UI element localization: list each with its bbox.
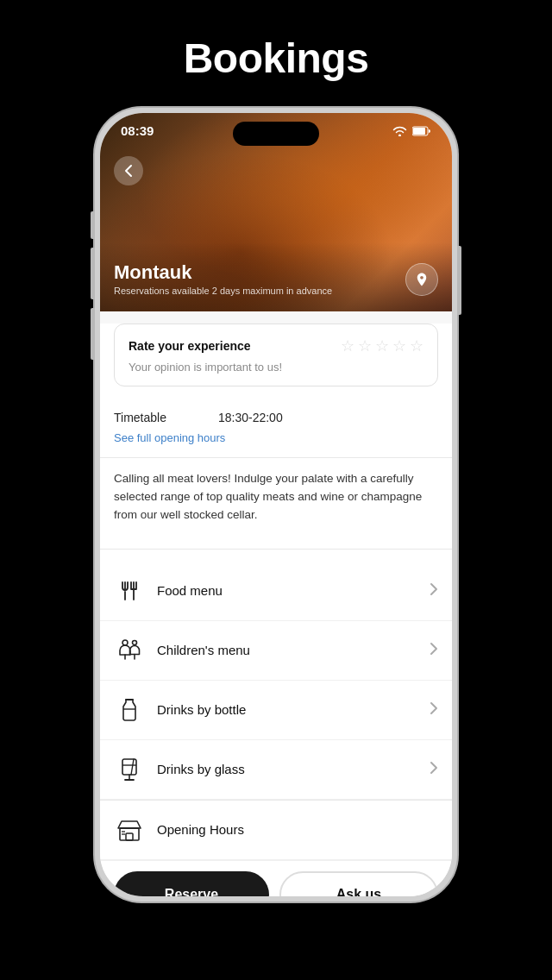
status-time: 08:39 [121,123,154,138]
divider-1 [100,457,452,458]
stars-container[interactable]: ☆ ☆ ☆ ☆ ☆ [341,336,423,355]
divider-2 [100,549,452,550]
menu-item-opening-hours[interactable]: Opening Hours [100,801,452,860]
menu-item-food[interactable]: Food menu [100,562,452,621]
cutlery-icon [117,579,141,603]
timetable-section: Timetable 18:30-22:00 See full opening h… [100,399,452,445]
menu-item-glass[interactable]: Drinks by glass [100,740,452,800]
children-menu-chevron [430,642,438,659]
dynamic-island [233,122,319,146]
page-title: Bookings [184,35,369,82]
drinks-bottle-label: Drinks by bottle [157,702,430,717]
power-button [457,246,461,315]
timetable-time: 18:30-22:00 [218,411,283,424]
content-scroll[interactable]: Rate your experience ☆ ☆ ☆ ☆ ☆ Your opin… [100,311,452,896]
see-full-hours-link[interactable]: See full opening hours [114,431,225,444]
volume-down-button [91,308,95,360]
timetable-label: Timetable [114,411,166,424]
star-3[interactable]: ☆ [375,336,389,355]
star-2[interactable]: ☆ [358,336,372,355]
rating-subtitle: Your opinion is important to us! [129,361,423,374]
location-button[interactable] [405,263,438,296]
menu-item-bottle[interactable]: Drinks by bottle [100,681,452,740]
hero-text: Montauk Reservations available 2 days ma… [114,261,332,296]
svg-point-5 [122,640,128,645]
star-1[interactable]: ☆ [341,336,354,355]
glass-menu-icon [117,757,141,782]
food-menu-icon [114,575,145,606]
location-icon [414,272,430,287]
side-buttons-left [91,211,95,360]
back-button[interactable] [114,156,143,185]
children-menu-label: Children's menu [157,643,430,657]
content-inner: Rate your experience ☆ ☆ ☆ ☆ ☆ Your opin… [100,324,452,896]
rating-header: Rate your experience ☆ ☆ ☆ ☆ ☆ [129,336,423,355]
bottle-menu-icon [117,697,141,723]
bottom-actions: Reserve Ask us [100,860,452,896]
food-menu-chevron [430,582,438,600]
opening-hours-icon [114,814,145,845]
star-4[interactable]: ☆ [392,336,406,355]
star-5[interactable]: ☆ [410,336,423,355]
phone-shell: 08:39 [95,108,457,901]
drinks-bottle-chevron [430,701,438,719]
svg-point-7 [133,640,137,644]
reserve-button[interactable]: Reserve [114,871,269,896]
menu-item-children[interactable]: Children's menu [100,621,452,681]
svg-rect-1 [413,128,425,135]
mute-button [91,211,95,239]
children-menu-icon [114,635,145,666]
ask-us-button[interactable]: Ask us [279,871,438,896]
svg-rect-18 [126,833,133,840]
rating-title: Rate your experience [129,339,251,353]
menu-list: Food menu [100,562,452,860]
drinks-glass-chevron [430,761,438,778]
timetable-row: Timetable 18:30-22:00 [114,411,438,424]
reservation-note: Reservations available 2 days maximum in… [114,286,332,296]
shop-icon [116,818,142,842]
rating-card: Rate your experience ☆ ☆ ☆ ☆ ☆ Your opin… [114,324,438,386]
food-menu-label: Food menu [157,583,430,598]
volume-up-button [91,248,95,299]
bottle-icon [114,694,145,726]
side-buttons-right [457,246,461,315]
svg-line-15 [131,759,134,775]
wifi-icon [392,126,407,136]
status-icons [392,126,431,136]
glass-icon [114,754,145,785]
phone-screen: 08:39 [100,113,452,896]
back-arrow-icon [124,164,133,178]
restaurant-description: Calling all meat lovers! Indulge your pa… [100,470,452,537]
battery-icon [412,126,431,136]
restaurant-name: Montauk [114,261,332,284]
opening-hours-label: Opening Hours [157,822,438,837]
drinks-glass-label: Drinks by glass [157,762,430,776]
svg-rect-11 [122,759,136,775]
children-icon [116,638,142,663]
